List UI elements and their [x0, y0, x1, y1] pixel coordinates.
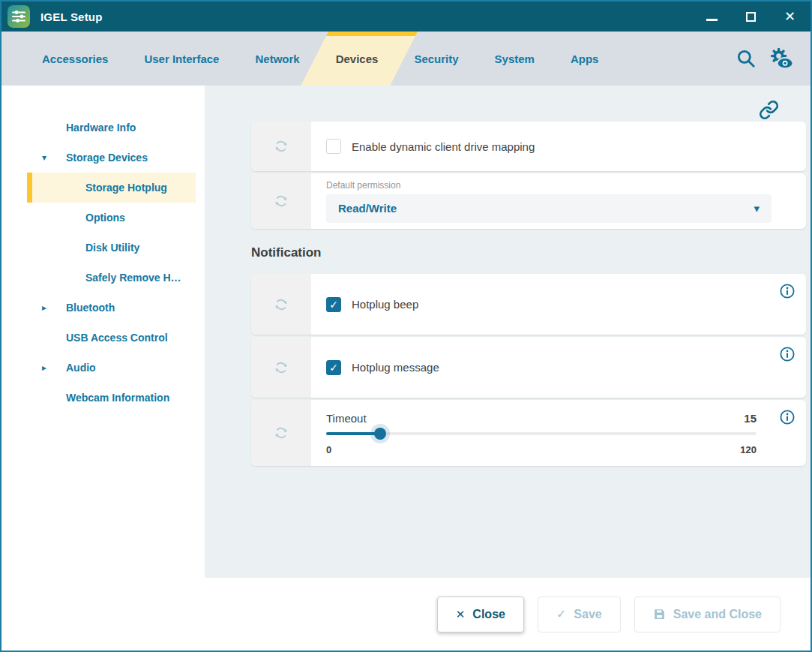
- action-bar: ✕ Close ✓ Save Save and Close: [205, 578, 811, 650]
- tab-devices[interactable]: Devices: [318, 32, 397, 86]
- reset-column: [251, 122, 311, 171]
- reset-column: [251, 337, 311, 398]
- tab-security[interactable]: Security: [396, 32, 476, 86]
- setting-row-hotplug-message: ✓ Hotplug message: [251, 337, 806, 398]
- sidebar-item-safely-remove[interactable]: Safely Remove H…: [27, 263, 196, 293]
- link-parameter-icon[interactable]: [759, 100, 779, 120]
- tab-user-interface[interactable]: User Interface: [126, 32, 237, 86]
- hotplug-message-checkbox[interactable]: ✓: [326, 360, 341, 375]
- maximize-button[interactable]: [746, 9, 756, 24]
- reset-to-default-icon[interactable]: [273, 425, 289, 441]
- timeout-max: 120: [740, 444, 757, 455]
- tree-collapsed-icon[interactable]: ▸: [42, 362, 46, 373]
- sidebar-item-disk-utility[interactable]: Disk Utility: [27, 233, 196, 263]
- info-icon[interactable]: [779, 283, 796, 299]
- tree-expanded-icon[interactable]: ▾: [42, 152, 46, 163]
- close-x-icon: ✕: [456, 608, 466, 621]
- reset-column: [251, 400, 311, 466]
- info-icon[interactable]: [779, 346, 796, 362]
- default-permission-select[interactable]: Read/Write ▾: [326, 194, 772, 223]
- sidebar-item-webcam-information[interactable]: Webcam Information: [27, 383, 196, 413]
- sidebar-item-usb-access-control[interactable]: USB Access Control: [27, 323, 196, 353]
- default-permission-value: Read/Write: [338, 202, 397, 215]
- reset-to-default-icon[interactable]: [273, 138, 289, 155]
- sidebar-item-audio[interactable]: ▸ Audio: [27, 353, 196, 383]
- tab-apps[interactable]: Apps: [553, 32, 617, 86]
- dynamic-mapping-checkbox[interactable]: ✓: [326, 139, 341, 154]
- tree-collapsed-icon[interactable]: ▸: [42, 302, 46, 313]
- info-icon[interactable]: [779, 409, 796, 425]
- tab-accessories[interactable]: Accessories: [24, 32, 126, 86]
- timeout-value: 15: [744, 412, 757, 425]
- setting-row-dynamic-mapping: ✓ Enable dynamic client drive mapping: [251, 122, 806, 171]
- sidebar-item-bluetooth[interactable]: ▸ Bluetooth: [27, 293, 196, 323]
- sidebar-item-hardware-info[interactable]: Hardware Info: [27, 113, 196, 143]
- titlebar: IGEL Setup ✕: [1, 2, 811, 32]
- hotplug-beep-checkbox[interactable]: ✓: [326, 297, 341, 312]
- hotplug-message-label: Hotplug message: [352, 361, 439, 374]
- dynamic-mapping-label: Enable dynamic client drive mapping: [352, 140, 535, 153]
- default-permission-label: Default permission: [326, 180, 772, 191]
- minimize-button[interactable]: [706, 9, 718, 24]
- reset-to-default-icon[interactable]: [273, 296, 289, 313]
- tabbar: Accessories User Interface Network Devic…: [1, 32, 811, 86]
- igel-setup-window: IGEL Setup ✕ Accessories User Interface …: [0, 0, 812, 652]
- close-button[interactable]: ✕ Close: [437, 596, 524, 632]
- check-icon: ✓: [556, 607, 566, 621]
- reset-column: [251, 173, 311, 229]
- reset-column: [251, 274, 311, 335]
- section-title-notification: Notification: [251, 245, 805, 260]
- settings-panel: ✓ Enable dynamic client drive mapping: [205, 86, 811, 578]
- timeout-slider[interactable]: [326, 432, 757, 435]
- app-logo-icon: [7, 5, 30, 28]
- setting-row-timeout: Timeout 15 0 120: [251, 400, 806, 466]
- reset-to-default-icon[interactable]: [273, 359, 289, 376]
- timeout-min: 0: [326, 444, 331, 455]
- sidebar-item-storage-devices[interactable]: ▾ Storage Devices: [27, 143, 196, 173]
- sidebar-nav: Hardware Info ▾ Storage Devices Storage …: [1, 86, 205, 650]
- window-title: IGEL Setup: [40, 11, 103, 23]
- hotplug-beep-label: Hotplug beep: [352, 298, 418, 311]
- save-button[interactable]: ✓ Save: [538, 596, 621, 632]
- sidebar-item-storage-hotplug[interactable]: Storage Hotplug: [27, 173, 196, 203]
- search-icon[interactable]: [736, 48, 757, 69]
- timeout-slider-thumb[interactable]: [374, 428, 386, 440]
- tab-system[interactable]: System: [477, 32, 553, 86]
- setting-row-default-permission: Default permission Read/Write ▾: [251, 173, 806, 229]
- close-window-button[interactable]: ✕: [784, 9, 796, 24]
- save-and-close-button[interactable]: Save and Close: [634, 596, 781, 632]
- check-icon: ✓: [329, 299, 338, 310]
- reset-to-default-icon[interactable]: [273, 193, 289, 209]
- setup-observe-gear-eye-icon[interactable]: [769, 47, 794, 70]
- setting-row-hotplug-beep: ✓ Hotplug beep: [251, 274, 806, 335]
- timeout-slider-fill: [326, 432, 380, 435]
- chevron-down-icon: ▾: [754, 202, 760, 215]
- sidebar-item-options[interactable]: Options: [27, 203, 196, 233]
- timeout-label: Timeout: [326, 412, 367, 425]
- check-icon: ✓: [329, 362, 338, 373]
- floppy-disk-icon: [653, 608, 666, 620]
